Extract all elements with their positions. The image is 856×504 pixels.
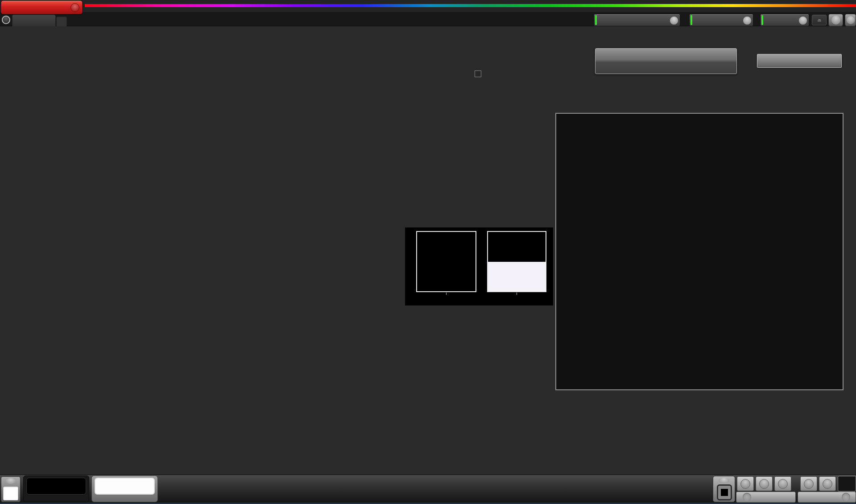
ddc-stand-icon — [818, 21, 821, 21]
swatch-100-actual — [488, 232, 546, 262]
cie-1976-chart-panel — [555, 113, 844, 390]
loop-button[interactable] — [819, 476, 836, 491]
pattern-window-button[interactable] — [713, 476, 735, 502]
swatch-0-actual — [417, 232, 476, 262]
reading-counter-button[interactable] — [838, 476, 856, 492]
pattern-tile-100[interactable] — [91, 475, 158, 502]
display-dropdown[interactable] — [760, 14, 809, 26]
next-button[interactable] — [798, 492, 856, 503]
back-button[interactable] — [736, 492, 796, 503]
calman-app: { "topbar": { "logo_text": "calman" }, "… — [0, 0, 856, 504]
display-connected-indicator — [761, 15, 763, 25]
gear-icon — [831, 16, 840, 25]
show-datagrid-button[interactable] — [757, 54, 842, 68]
loop-icon — [823, 479, 832, 489]
ddc-button[interactable] — [812, 15, 827, 25]
rainbow-spectrum-strip — [85, 4, 856, 7]
meter-dropdown[interactable] — [594, 14, 680, 26]
include-luminance-checkbox[interactable] — [474, 67, 590, 78]
recommendation-text — [17, 96, 62, 104]
autocal-button[interactable] — [595, 48, 737, 74]
swatch-0-tick — [446, 293, 447, 295]
calman-menu-dropdown-icon[interactable] — [70, 3, 79, 12]
pattern-swatch-black — [26, 478, 86, 495]
play-button[interactable] — [756, 476, 773, 491]
source-dropdown[interactable] — [689, 14, 753, 26]
pattern-range-button[interactable] — [774, 476, 791, 491]
settings-button[interactable] — [828, 14, 843, 26]
up-arrow-icon — [719, 478, 729, 483]
display-dropdown-arrow-icon[interactable] — [798, 16, 807, 25]
tab-scroll-button[interactable] — [2, 16, 10, 24]
chevron-left-icon — [847, 16, 855, 24]
meter-dropdown-arrow-icon[interactable] — [670, 16, 678, 25]
pattern-tile-0[interactable] — [23, 475, 89, 502]
swatch-0-target — [417, 262, 476, 292]
pattern-swatch-white — [95, 478, 155, 495]
pattern-range-icon — [778, 479, 788, 489]
source-dropdown-arrow-icon[interactable] — [743, 16, 752, 25]
checkbox-box — [475, 70, 481, 77]
back-chevrons-icon — [743, 493, 751, 501]
tab-history-1[interactable] — [12, 14, 56, 26]
add-tab-button[interactable] — [56, 17, 67, 26]
actual-target-swatch-panel — [405, 227, 553, 306]
collapse-panel-button[interactable] — [845, 14, 856, 26]
meter-connected-indicator — [595, 15, 597, 25]
pattern-color-popup-button[interactable] — [1, 476, 21, 502]
white-patch-icon — [3, 487, 18, 500]
next-chevrons-icon — [842, 493, 850, 501]
pattern-window-icon — [717, 484, 732, 500]
continuous-read-button[interactable] — [800, 476, 817, 491]
calman-menu-button[interactable] — [1, 0, 83, 14]
up-arrow-icon — [5, 478, 16, 484]
swatch-100 — [487, 231, 546, 292]
play-icon — [759, 479, 769, 489]
source-connected-indicator — [691, 15, 692, 25]
stop-icon — [740, 479, 750, 489]
infinity-icon — [804, 479, 814, 489]
swatch-100-target — [488, 262, 546, 292]
ddc-monitor-icon — [818, 19, 821, 20]
swatch-100-tick — [517, 293, 517, 295]
stop-button[interactable] — [737, 476, 754, 491]
swatch-0 — [416, 231, 476, 292]
